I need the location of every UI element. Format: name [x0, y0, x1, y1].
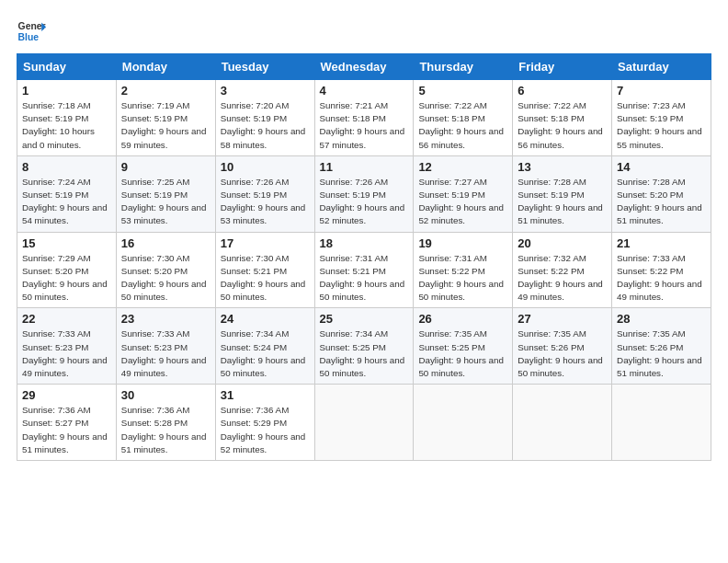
- day-number: 3: [221, 84, 310, 98]
- day-number: 10: [221, 160, 310, 174]
- calendar-cell: 17 Sunrise: 7:30 AMSunset: 5:21 PMDaylig…: [215, 232, 314, 308]
- header: General Blue: [17, 17, 711, 46]
- day-number: 22: [22, 312, 111, 326]
- day-info: Sunrise: 7:20 AMSunset: 5:19 PMDaylight:…: [221, 100, 306, 150]
- day-number: 8: [22, 160, 111, 174]
- day-info: Sunrise: 7:33 AMSunset: 5:23 PMDaylight:…: [22, 328, 108, 378]
- day-info: Sunrise: 7:26 AMSunset: 5:19 PMDaylight:…: [320, 177, 405, 226]
- day-info: Sunrise: 7:23 AMSunset: 5:19 PMDaylight:…: [617, 100, 702, 150]
- day-number: 16: [121, 236, 210, 250]
- day-info: Sunrise: 7:26 AMSunset: 5:19 PMDaylight:…: [221, 177, 306, 226]
- day-info: Sunrise: 7:31 AMSunset: 5:22 PMDaylight:…: [418, 253, 504, 303]
- day-info: Sunrise: 7:33 AMSunset: 5:22 PMDaylight:…: [617, 253, 702, 303]
- calendar-cell: 4 Sunrise: 7:21 AMSunset: 5:18 PMDayligh…: [314, 80, 414, 156]
- calendar-cell: 26 Sunrise: 7:35 AMSunset: 5:25 PMDaylig…: [414, 308, 513, 385]
- calendar-cell: 20 Sunrise: 7:32 AMSunset: 5:22 PMDaylig…: [513, 232, 612, 308]
- calendar-table: SundayMondayTuesdayWednesdayThursdayFrid…: [17, 53, 711, 461]
- calendar-cell: 31 Sunrise: 7:36 AMSunset: 5:29 PMDaylig…: [215, 385, 314, 461]
- calendar-cell: 21 Sunrise: 7:33 AMSunset: 5:22 PMDaylig…: [612, 232, 711, 308]
- day-number: 7: [617, 84, 706, 98]
- day-info: Sunrise: 7:21 AMSunset: 5:18 PMDaylight:…: [320, 100, 405, 150]
- day-info: Sunrise: 7:35 AMSunset: 5:26 PMDaylight:…: [617, 328, 702, 378]
- calendar-cell: 2 Sunrise: 7:19 AMSunset: 5:19 PMDayligh…: [116, 80, 215, 156]
- weekday-header-friday: Friday: [513, 54, 612, 80]
- day-number: 1: [22, 84, 111, 98]
- day-number: 9: [121, 160, 210, 174]
- day-info: Sunrise: 7:36 AMSunset: 5:28 PMDaylight:…: [121, 405, 207, 454]
- calendar-cell: 1 Sunrise: 7:18 AMSunset: 5:19 PMDayligh…: [17, 80, 117, 156]
- day-info: Sunrise: 7:29 AMSunset: 5:20 PMDaylight:…: [22, 253, 108, 303]
- calendar-cell: 14 Sunrise: 7:28 AMSunset: 5:20 PMDaylig…: [612, 155, 711, 232]
- day-info: Sunrise: 7:22 AMSunset: 5:18 PMDaylight:…: [418, 100, 504, 150]
- calendar-cell: 27 Sunrise: 7:35 AMSunset: 5:26 PMDaylig…: [513, 308, 612, 385]
- weekday-header-monday: Monday: [116, 54, 215, 80]
- day-number: 24: [221, 312, 310, 326]
- day-number: 30: [121, 388, 210, 402]
- day-number: 27: [518, 312, 607, 326]
- day-info: Sunrise: 7:27 AMSunset: 5:19 PMDaylight:…: [418, 177, 504, 226]
- day-number: 4: [320, 84, 409, 98]
- weekday-header-sunday: Sunday: [17, 54, 117, 80]
- weekday-header-wednesday: Wednesday: [314, 54, 414, 80]
- calendar-cell: 15 Sunrise: 7:29 AMSunset: 5:20 PMDaylig…: [17, 232, 117, 308]
- calendar-cell: 23 Sunrise: 7:33 AMSunset: 5:23 PMDaylig…: [116, 308, 215, 385]
- calendar-week-row: 29 Sunrise: 7:36 AMSunset: 5:27 PMDaylig…: [17, 385, 711, 461]
- day-info: Sunrise: 7:34 AMSunset: 5:24 PMDaylight:…: [221, 328, 306, 378]
- weekday-header-thursday: Thursday: [414, 54, 513, 80]
- day-info: Sunrise: 7:30 AMSunset: 5:20 PMDaylight:…: [121, 253, 207, 303]
- calendar-cell: [612, 385, 711, 461]
- day-number: 26: [418, 312, 507, 326]
- calendar-cell: 6 Sunrise: 7:22 AMSunset: 5:18 PMDayligh…: [513, 80, 612, 156]
- day-info: Sunrise: 7:28 AMSunset: 5:20 PMDaylight:…: [617, 177, 702, 226]
- calendar-week-row: 8 Sunrise: 7:24 AMSunset: 5:19 PMDayligh…: [17, 155, 711, 232]
- day-info: Sunrise: 7:33 AMSunset: 5:23 PMDaylight:…: [121, 328, 207, 378]
- weekday-header-saturday: Saturday: [612, 54, 711, 80]
- page-container: General Blue SundayMondayTuesdayWednesda…: [0, 0, 728, 470]
- calendar-cell: 30 Sunrise: 7:36 AMSunset: 5:28 PMDaylig…: [116, 385, 215, 461]
- day-number: 15: [22, 236, 111, 250]
- calendar-cell: 18 Sunrise: 7:31 AMSunset: 5:21 PMDaylig…: [314, 232, 414, 308]
- svg-text:Blue: Blue: [18, 32, 40, 42]
- calendar-week-row: 15 Sunrise: 7:29 AMSunset: 5:20 PMDaylig…: [17, 232, 711, 308]
- calendar-cell: 28 Sunrise: 7:35 AMSunset: 5:26 PMDaylig…: [612, 308, 711, 385]
- calendar-cell: 13 Sunrise: 7:28 AMSunset: 5:19 PMDaylig…: [513, 155, 612, 232]
- calendar-cell: 16 Sunrise: 7:30 AMSunset: 5:20 PMDaylig…: [116, 232, 215, 308]
- calendar-cell: [414, 385, 513, 461]
- day-info: Sunrise: 7:32 AMSunset: 5:22 PMDaylight:…: [518, 253, 603, 303]
- calendar-cell: 10 Sunrise: 7:26 AMSunset: 5:19 PMDaylig…: [215, 155, 314, 232]
- calendar-cell: [513, 385, 612, 461]
- day-number: 23: [121, 312, 210, 326]
- day-info: Sunrise: 7:34 AMSunset: 5:25 PMDaylight:…: [320, 328, 405, 378]
- calendar-cell: 5 Sunrise: 7:22 AMSunset: 5:18 PMDayligh…: [414, 80, 513, 156]
- day-number: 17: [221, 236, 310, 250]
- day-number: 19: [418, 236, 507, 250]
- day-number: 6: [518, 84, 607, 98]
- calendar-cell: 25 Sunrise: 7:34 AMSunset: 5:25 PMDaylig…: [314, 308, 414, 385]
- day-number: 5: [418, 84, 507, 98]
- day-info: Sunrise: 7:28 AMSunset: 5:19 PMDaylight:…: [518, 177, 603, 226]
- calendar-cell: 22 Sunrise: 7:33 AMSunset: 5:23 PMDaylig…: [17, 308, 117, 385]
- calendar-cell: 9 Sunrise: 7:25 AMSunset: 5:19 PMDayligh…: [116, 155, 215, 232]
- calendar-cell: 29 Sunrise: 7:36 AMSunset: 5:27 PMDaylig…: [17, 385, 117, 461]
- day-info: Sunrise: 7:18 AMSunset: 5:19 PMDaylight:…: [22, 100, 95, 150]
- day-number: 29: [22, 388, 111, 402]
- logo: General Blue: [17, 17, 46, 46]
- calendar-cell: 3 Sunrise: 7:20 AMSunset: 5:19 PMDayligh…: [215, 80, 314, 156]
- day-number: 28: [617, 312, 706, 326]
- day-number: 14: [617, 160, 706, 174]
- day-info: Sunrise: 7:30 AMSunset: 5:21 PMDaylight:…: [221, 253, 306, 303]
- day-number: 21: [617, 236, 706, 250]
- day-info: Sunrise: 7:36 AMSunset: 5:29 PMDaylight:…: [221, 405, 306, 454]
- calendar-cell: 7 Sunrise: 7:23 AMSunset: 5:19 PMDayligh…: [612, 80, 711, 156]
- day-info: Sunrise: 7:36 AMSunset: 5:27 PMDaylight:…: [22, 405, 108, 454]
- calendar-cell: 8 Sunrise: 7:24 AMSunset: 5:19 PMDayligh…: [17, 155, 117, 232]
- day-info: Sunrise: 7:19 AMSunset: 5:19 PMDaylight:…: [121, 100, 207, 150]
- day-info: Sunrise: 7:22 AMSunset: 5:18 PMDaylight:…: [518, 100, 603, 150]
- day-number: 18: [320, 236, 409, 250]
- day-info: Sunrise: 7:24 AMSunset: 5:19 PMDaylight:…: [22, 177, 108, 226]
- calendar-week-row: 22 Sunrise: 7:33 AMSunset: 5:23 PMDaylig…: [17, 308, 711, 385]
- calendar-cell: [314, 385, 414, 461]
- calendar-cell: 19 Sunrise: 7:31 AMSunset: 5:22 PMDaylig…: [414, 232, 513, 308]
- calendar-cell: 24 Sunrise: 7:34 AMSunset: 5:24 PMDaylig…: [215, 308, 314, 385]
- calendar-week-row: 1 Sunrise: 7:18 AMSunset: 5:19 PMDayligh…: [17, 80, 711, 156]
